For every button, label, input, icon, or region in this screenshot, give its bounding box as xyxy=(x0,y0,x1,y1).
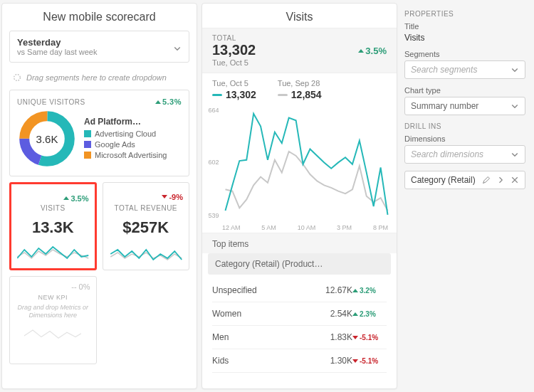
series-swatch-b xyxy=(278,94,288,96)
chevron-right-icon[interactable] xyxy=(496,176,505,184)
item-value: 1.30K xyxy=(315,356,352,366)
line-chart: 539602664 xyxy=(202,103,397,224)
caret-up-icon xyxy=(63,196,69,200)
category-header[interactable]: Category (Retail) (Product… xyxy=(208,253,391,275)
drill-chip[interactable]: Category (Retail) xyxy=(404,171,525,189)
item-value: 1.83K xyxy=(315,332,352,342)
compare-row: Tue, Oct 5 13,302 Tue, Sep 28 12,854 xyxy=(202,73,397,103)
top-item-row[interactable]: Unspecified12.67K 3.2% xyxy=(212,279,387,302)
dimensions-placeholder: Search dimensions xyxy=(411,149,483,159)
total-value: 13,302 xyxy=(212,42,256,58)
scorecard-title: New mobile scorecard xyxy=(9,11,189,31)
item-delta: -5.1% xyxy=(352,357,387,365)
caret-down-icon xyxy=(162,195,167,198)
compare-a-value: 13,302 xyxy=(226,89,256,100)
top-items-heading: Top items xyxy=(202,233,397,253)
dimensions-select[interactable]: Search dimensions xyxy=(404,145,525,164)
series-swatch-a xyxy=(212,94,222,96)
compare-b-date: Tue, Sep 28 xyxy=(278,79,322,88)
title-label: Title xyxy=(404,22,525,31)
total-label: TOTAL xyxy=(212,34,256,42)
tile-new-kpi[interactable]: -- 0% NEW KPI Drag and drop Metrics or D… xyxy=(9,276,97,364)
new-kpi-label: NEW KPI xyxy=(38,294,68,301)
unique-visitors-card[interactable]: UNIQUE VISITORS 5.3% 3.6K Ad Platform… A… xyxy=(9,90,189,176)
uv-delta: 5.3% xyxy=(155,97,182,106)
edit-icon[interactable] xyxy=(482,176,491,184)
dimensions-label: Dimensions xyxy=(404,134,525,143)
date-range-sub: vs Same day last week xyxy=(17,48,98,56)
segments-label: Segments xyxy=(404,50,525,58)
date-range-main: Yesterday xyxy=(17,37,98,48)
visits-label: VISITS xyxy=(17,204,89,212)
title-value: Visits xyxy=(404,33,525,43)
x-axis-labels: 12 AM 5 AM 10 AM 3 PM 8 PM xyxy=(202,224,397,233)
svg-text:664: 664 xyxy=(209,107,219,114)
compare-current: Tue, Oct 5 13,302 xyxy=(212,79,256,100)
revenue-delta: -9% xyxy=(162,193,183,201)
item-delta: 3.2% xyxy=(352,287,387,295)
new-kpi-sparkline xyxy=(24,322,81,344)
item-value: 12.67K xyxy=(315,285,352,295)
chevron-down-icon xyxy=(511,102,519,110)
compare-a-date: Tue, Oct 5 xyxy=(212,79,256,88)
tile-total-revenue[interactable]: -9% TOTAL REVENUE $257K xyxy=(103,182,190,270)
segment-dropzone[interactable]: Drag segments here to create dropdown xyxy=(9,68,189,90)
revenue-value: $257K xyxy=(109,218,184,237)
chevron-down-icon xyxy=(511,150,519,159)
svg-text:539: 539 xyxy=(209,212,219,219)
chart-type-label: Chart type xyxy=(404,86,525,95)
drill-chip-label: Category (Retail) xyxy=(411,175,476,185)
top-item-row[interactable]: Kids1.30K -5.1% xyxy=(212,349,387,373)
date-range-selector[interactable]: Yesterday vs Same day last week xyxy=(9,31,189,63)
scorecard-panel: New mobile scorecard Yesterday vs Same d… xyxy=(1,3,197,389)
chart-type-value: Summary number xyxy=(411,101,478,111)
properties-header: PROPERTIES xyxy=(404,10,525,18)
segments-placeholder: Search segments xyxy=(411,65,477,75)
uv-legend: Ad Platform… Advertising Cloud Google Ad… xyxy=(84,117,167,161)
total-sub: Tue, Oct 5 xyxy=(212,58,256,67)
item-delta: 2.3% xyxy=(352,310,387,318)
compare-b-value: 12,854 xyxy=(291,89,322,100)
compare-previous: Tue, Sep 28 12,854 xyxy=(278,79,322,100)
new-kpi-pct: -- 0% xyxy=(16,282,90,291)
item-name: Men xyxy=(212,332,315,342)
caret-up-icon xyxy=(358,49,364,53)
segments-select[interactable]: Search segments xyxy=(404,60,525,79)
revenue-sparkline xyxy=(109,244,184,265)
visits-delta: 3.5% xyxy=(63,194,88,203)
svg-text:602: 602 xyxy=(209,159,219,166)
chevron-down-icon xyxy=(511,65,519,74)
item-delta: -5.1% xyxy=(352,334,387,341)
visits-sparkline xyxy=(17,243,89,264)
top-item-row[interactable]: Men1.83K -5.1% xyxy=(212,326,387,349)
properties-panel: PROPERTIES Title Visits Segments Search … xyxy=(402,0,534,392)
uv-donut-chart: 3.6K xyxy=(17,109,77,169)
legend-item: Google Ads xyxy=(84,140,167,149)
chart-type-select[interactable]: Summary number xyxy=(404,97,525,115)
top-item-row[interactable]: Women2.54K 2.3% xyxy=(212,302,387,326)
visits-value: 13.3K xyxy=(17,218,89,237)
item-name: Women xyxy=(212,309,315,319)
top-items-list: Unspecified12.67K 3.2%Women2.54K 2.3%Men… xyxy=(202,275,397,373)
total-block: TOTAL 13,302 Tue, Oct 5 3.5% xyxy=(202,28,397,73)
item-name: Kids xyxy=(212,356,315,366)
revenue-label: TOTAL REVENUE xyxy=(109,204,184,212)
uv-value: 3.6K xyxy=(17,109,77,169)
total-delta: 3.5% xyxy=(358,46,387,56)
segment-icon xyxy=(12,73,22,83)
tile-visits[interactable]: 3.5% VISITS 13.3K xyxy=(9,182,97,270)
new-kpi-sub: Drag and drop Metrics or Dimensions here xyxy=(16,304,90,319)
legend-title: Ad Platform… xyxy=(84,117,167,127)
chevron-down-icon xyxy=(173,43,182,51)
svg-point-0 xyxy=(14,75,21,81)
uv-label: UNIQUE VISITORS xyxy=(17,98,85,106)
legend-item: Advertising Cloud xyxy=(84,129,167,138)
item-value: 2.54K xyxy=(315,309,352,319)
segment-drop-label: Drag segments here to create dropdown xyxy=(26,73,167,82)
legend-item: Microsoft Advertising xyxy=(84,151,167,159)
item-name: Unspecified xyxy=(212,285,315,295)
close-icon[interactable] xyxy=(511,176,519,184)
drillins-header: DRILL INS xyxy=(404,122,525,130)
detail-title: Visits xyxy=(202,4,397,28)
detail-panel: Visits TOTAL 13,302 Tue, Oct 5 3.5% Tue,… xyxy=(201,3,397,389)
